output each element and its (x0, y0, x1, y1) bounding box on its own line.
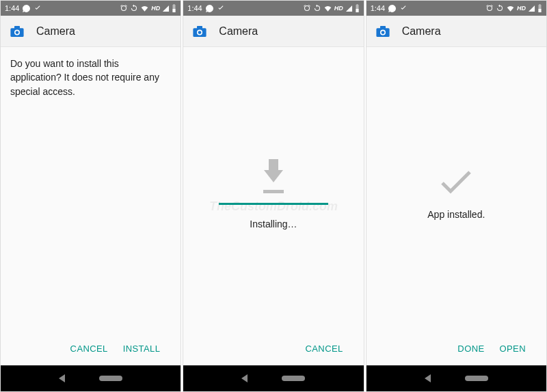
installing-screen: 1:44 HD Camera TheCustomDroid.com Instal… (183, 0, 364, 392)
svg-point-7 (198, 31, 202, 34)
alarm-icon (303, 4, 311, 12)
svg-rect-1 (14, 26, 20, 29)
action-bar: CANCEL INSTALL (10, 331, 171, 365)
installed-screen: 1:44 HD Camera App installed. DONE OPEN (366, 0, 547, 392)
app-title: Camera (402, 25, 441, 38)
whatsapp-icon (388, 4, 397, 13)
check-icon (399, 4, 408, 12)
clock: 1:44 (371, 4, 385, 12)
app-header: Camera (1, 16, 181, 47)
wifi-icon (506, 4, 515, 13)
wifi-icon (140, 4, 149, 13)
svg-rect-9 (380, 26, 386, 29)
nav-bar (366, 365, 546, 391)
progress-bar (219, 203, 328, 205)
battery-icon (172, 4, 176, 12)
nav-home-button[interactable] (282, 376, 305, 381)
sync-icon (496, 4, 504, 12)
status-bar: 1:44 HD (1, 1, 181, 16)
nav-bar (183, 365, 363, 391)
sync-icon (130, 4, 138, 12)
camera-icon (10, 26, 24, 37)
battery-icon (355, 4, 360, 12)
cancel-button[interactable]: CANCEL (70, 344, 108, 354)
done-button[interactable]: DONE (457, 344, 484, 354)
install-prompt-screen: 1:44 HD Camera Do you want to install th… (0, 0, 181, 392)
nav-home-button[interactable] (465, 376, 488, 381)
app-header: Camera (183, 16, 363, 47)
app-header: Camera (366, 16, 546, 47)
check-icon (217, 4, 225, 12)
alarm-icon (485, 4, 494, 12)
wifi-icon (323, 4, 332, 13)
installed-label: App installed. (427, 209, 485, 220)
install-prompt: Do you want to install this application?… (10, 57, 171, 98)
app-title: Camera (36, 25, 75, 38)
clock: 1:44 (5, 4, 19, 12)
action-bar: CANCEL (193, 331, 353, 365)
signal-icon (345, 5, 353, 12)
hd-indicator: HD (517, 5, 526, 12)
installing-label: Installing… (250, 219, 297, 229)
whatsapp-icon (205, 4, 214, 13)
status-bar: 1:44 HD (183, 1, 363, 16)
battery-icon (537, 4, 542, 12)
signal-icon (162, 5, 170, 12)
check-icon (34, 4, 42, 12)
svg-point-11 (381, 31, 384, 34)
whatsapp-icon (22, 4, 31, 13)
camera-icon (193, 26, 206, 37)
svg-rect-5 (197, 26, 202, 29)
alarm-icon (120, 4, 128, 12)
cancel-button[interactable]: CANCEL (306, 344, 343, 354)
app-title: Camera (219, 25, 258, 38)
nav-back-button[interactable] (241, 374, 248, 382)
signal-icon (528, 5, 535, 12)
content-area: Do you want to install this application?… (1, 47, 181, 365)
nav-back-button[interactable] (59, 374, 65, 382)
nav-back-button[interactable] (425, 374, 431, 382)
install-button[interactable]: INSTALL (123, 344, 161, 354)
hd-indicator: HD (334, 5, 343, 12)
hd-indicator: HD (151, 5, 160, 12)
status-bar: 1:44 HD (366, 1, 546, 16)
open-button[interactable]: OPEN (500, 344, 526, 354)
action-bar: DONE OPEN (376, 331, 537, 365)
clock: 1:44 (187, 4, 202, 12)
svg-point-3 (16, 31, 19, 34)
checkmark-icon (438, 168, 474, 195)
content-area: App installed. DONE OPEN (366, 47, 546, 365)
nav-home-button[interactable] (99, 376, 122, 381)
content-area: TheCustomDroid.com Installing… CANCEL (183, 47, 363, 365)
camera-icon (376, 26, 390, 37)
sync-icon (313, 4, 321, 12)
nav-bar (1, 365, 181, 391)
download-icon (260, 159, 287, 193)
